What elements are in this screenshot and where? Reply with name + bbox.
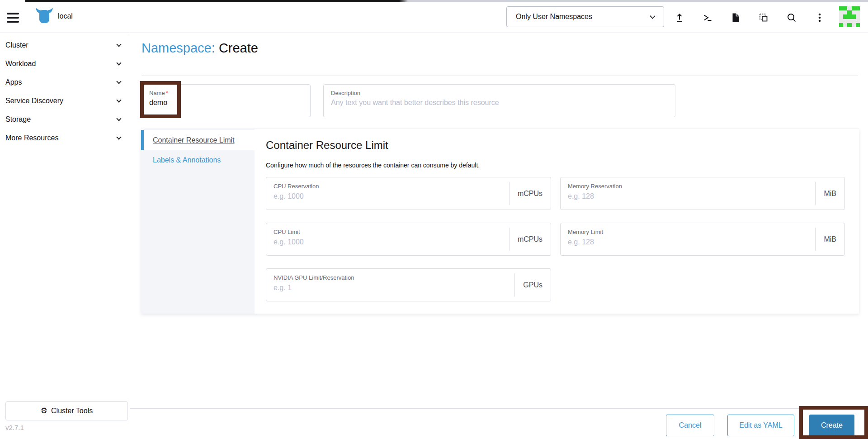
tab-label: Container Resource Limit xyxy=(153,136,235,144)
app-header: local Only User Namespaces xyxy=(0,2,868,33)
cluster-tools-button[interactable]: Cluster Tools xyxy=(5,401,128,420)
sidebar-item-storage[interactable]: Storage xyxy=(0,110,130,129)
kubectl-shell-icon[interactable] xyxy=(702,12,713,24)
chevron-down-icon xyxy=(116,134,121,139)
namespace-filter-select[interactable]: Only User Namespaces xyxy=(506,6,664,27)
import-yaml-icon[interactable] xyxy=(758,12,769,24)
field-label: CPU Reservation xyxy=(274,183,543,190)
sidebar-item-label: Storage xyxy=(5,115,31,124)
cpu-reservation-input[interactable] xyxy=(274,192,503,200)
field-label: Memory Reservation xyxy=(568,183,837,190)
chevron-down-icon xyxy=(116,79,121,84)
cpu-reservation-field[interactable]: CPU Reservation mCPUs xyxy=(266,177,551,210)
name-field[interactable]: Name* xyxy=(142,84,311,117)
gear-icon xyxy=(41,407,47,415)
sidebar-item-workload[interactable]: Workload xyxy=(0,54,130,73)
required-asterisk: * xyxy=(166,90,168,96)
memory-limit-field[interactable]: Memory Limit MiB xyxy=(560,223,845,256)
field-label: Memory Limit xyxy=(568,229,837,235)
unit-label: GPUs xyxy=(514,273,551,296)
section-description: Configure how much of the resources the … xyxy=(266,162,480,169)
tab-container-resource-limit[interactable]: Container Resource Limit xyxy=(141,130,255,150)
cpu-limit-field[interactable]: CPU Limit mCPUs xyxy=(266,223,551,256)
hamburger-menu-icon[interactable] xyxy=(7,13,19,23)
sidebar-item-label: Apps xyxy=(5,78,22,86)
namespace-filter-value: Only User Namespaces xyxy=(516,13,592,21)
version-label: v2.7.1 xyxy=(5,424,24,431)
footer-divider xyxy=(130,408,868,409)
page-title: Namespace: Create xyxy=(142,41,258,56)
sidebar-nav: Cluster Workload Apps Service Discovery … xyxy=(0,33,130,439)
cluster-tools-label: Cluster Tools xyxy=(51,407,93,415)
sidebar-item-label: Workload xyxy=(5,60,36,68)
header-toolbar xyxy=(674,2,826,33)
unit-label: mCPUs xyxy=(509,182,551,205)
cancel-button[interactable]: Cancel xyxy=(666,415,714,436)
kebab-menu-icon[interactable] xyxy=(814,12,826,24)
user-avatar[interactable] xyxy=(839,6,860,27)
tab-panel-container-resource-limit: Container Resource Limit Configure how m… xyxy=(255,129,859,314)
tab-nav: Container Resource Limit Labels & Annota… xyxy=(141,129,255,314)
tab-labels-annotations[interactable]: Labels & Annotations xyxy=(141,150,255,170)
sidebar-item-more-resources[interactable]: More Resources xyxy=(0,129,130,147)
cpu-limit-input[interactable] xyxy=(274,238,503,246)
sidebar-item-apps[interactable]: Apps xyxy=(0,73,130,91)
page-title-resource: Namespace: xyxy=(142,41,215,55)
memory-reservation-field[interactable]: Memory Reservation MiB xyxy=(560,177,845,210)
description-field-label: Description xyxy=(331,90,668,96)
unit-label: MiB xyxy=(815,182,844,205)
cluster-name: local xyxy=(58,12,73,20)
sidebar-item-cluster[interactable]: Cluster xyxy=(0,36,130,54)
sidebar-item-label: More Resources xyxy=(5,134,58,142)
chevron-down-icon xyxy=(116,116,121,121)
chevron-down-icon xyxy=(116,42,121,47)
chevron-down-icon xyxy=(116,60,121,65)
memory-reservation-input[interactable] xyxy=(568,192,797,200)
search-icon[interactable] xyxy=(786,12,797,24)
resource-tabs-card: Container Resource Limit Labels & Annota… xyxy=(141,129,859,314)
file-icon[interactable] xyxy=(730,12,741,24)
edit-as-yaml-button[interactable]: Edit as YAML xyxy=(727,415,794,436)
create-button[interactable]: Create xyxy=(809,415,854,436)
nvidia-gpu-input[interactable] xyxy=(274,284,503,292)
chevron-down-icon xyxy=(116,97,121,102)
name-input[interactable] xyxy=(149,99,303,107)
section-heading: Container Resource Limit xyxy=(266,139,388,152)
nvidia-gpu-field[interactable]: NVIDIA GPU Limit/Reservation GPUs xyxy=(266,268,551,301)
unit-label: mCPUs xyxy=(509,228,551,251)
field-label: CPU Limit xyxy=(274,229,543,235)
rancher-logo-icon[interactable] xyxy=(34,8,54,26)
page-title-action: Create xyxy=(219,41,258,55)
memory-limit-input[interactable] xyxy=(568,238,797,246)
title-divider xyxy=(142,76,858,76)
name-field-label: Name* xyxy=(149,90,303,96)
upload-icon[interactable] xyxy=(674,12,685,24)
unit-label: MiB xyxy=(815,228,844,251)
sidebar-item-label: Service Discovery xyxy=(5,97,63,105)
sidebar-item-service-discovery[interactable]: Service Discovery xyxy=(0,91,130,110)
description-field[interactable]: Description xyxy=(323,84,675,117)
chevron-down-icon xyxy=(650,13,656,19)
description-input[interactable] xyxy=(331,99,668,107)
field-label: NVIDIA GPU Limit/Reservation xyxy=(274,274,543,281)
sidebar-item-label: Cluster xyxy=(5,41,28,49)
tab-label: Labels & Annotations xyxy=(153,156,221,164)
